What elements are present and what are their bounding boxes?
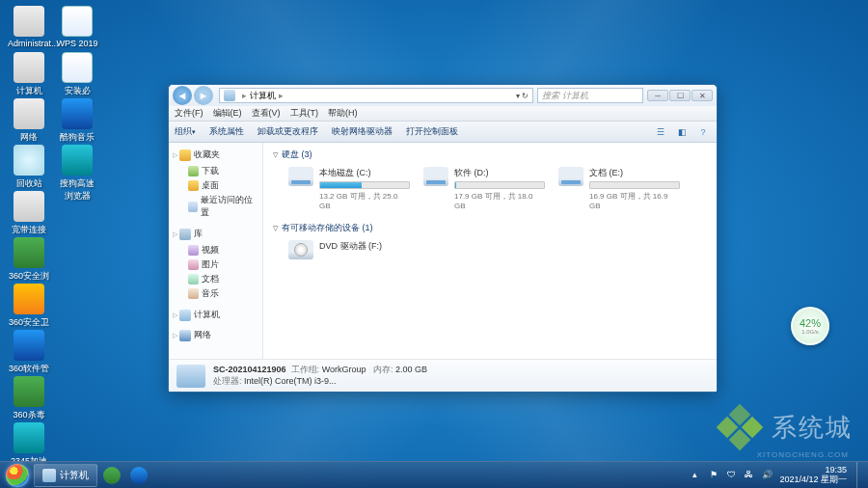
cpu-value: Intel(R) Core(TM) i3-9... <box>244 376 337 386</box>
breadcrumb-sep: ▸ <box>279 91 284 100</box>
desktop-icon[interactable]: 搜狗高速浏览器 <box>56 145 98 203</box>
folder-icon <box>188 288 199 299</box>
nav-item[interactable]: 视频 <box>173 243 258 258</box>
organize-button[interactable]: 组织 <box>175 125 196 138</box>
folder-icon <box>188 202 198 212</box>
drive-name: 本地磁盘 (C:) <box>319 167 410 179</box>
app-icon <box>14 376 44 407</box>
desktop-icon[interactable]: 网络 <box>8 98 50 144</box>
nav-item[interactable]: 图片 <box>173 258 258 272</box>
icon-label: 搜狗高速浏览器 <box>56 177 98 203</box>
tray-clock[interactable]: 19:35 2021/4/12 星期一 <box>779 466 847 485</box>
memory-label: 内存: <box>373 365 393 374</box>
menu-item[interactable]: 工具(T) <box>290 107 319 120</box>
nav-favorites[interactable]: 收藏夹 <box>173 149 258 161</box>
address-bar[interactable]: ▸ 计算机 ▸ ▾↻ <box>219 88 533 103</box>
nav-item[interactable]: 下载 <box>173 164 258 178</box>
app-icon <box>14 284 44 314</box>
pc-name: SC-202104121906 <box>213 365 286 374</box>
nav-item-label: 文档 <box>202 273 219 285</box>
desktop-icon[interactable]: 酷狗音乐 <box>56 98 98 144</box>
section-removable[interactable]: 有可移动存储的设备 (1) <box>273 222 707 234</box>
nav-forward-button[interactable]: ► <box>194 86 213 105</box>
control-panel-button[interactable]: 打开控制面板 <box>406 125 458 138</box>
desktop-icon[interactable]: 回收站 <box>8 145 50 190</box>
addr-refresh-icon[interactable]: ↻ <box>522 92 529 100</box>
taskbar: 计算机 ▴ ⚑ 🛡 🖧 🔊 19:35 2021/4/12 星期一 <box>0 461 868 488</box>
nav-item[interactable]: 文档 <box>173 272 258 286</box>
map-drive-button[interactable]: 映射网络驱动器 <box>332 125 393 138</box>
menu-item[interactable]: 编辑(E) <box>213 107 242 120</box>
toolbar: 组织 系统属性 卸载或更改程序 映射网络驱动器 打开控制面板 ☰ ◧ ? <box>169 122 717 143</box>
tray-shield-icon[interactable]: 🛡 <box>727 470 739 481</box>
desktop-icon[interactable]: 计算机 <box>8 52 50 97</box>
desktop-icon[interactable]: Administrat... <box>8 6 50 48</box>
nav-item-label: 下载 <box>202 165 219 177</box>
nav-libraries[interactable]: 库 <box>173 228 258 240</box>
drive-item[interactable]: 软件 (D:) 17.9 GB 可用，共 18.0 GB <box>421 165 547 212</box>
nav-back-button[interactable]: ◄ <box>173 86 192 105</box>
help-icon[interactable]: ? <box>695 124 711 140</box>
menu-item[interactable]: 查看(V) <box>252 107 281 120</box>
app-icon <box>14 191 44 222</box>
task-pin-kugou[interactable] <box>126 464 151 487</box>
computer-large-icon <box>176 365 205 388</box>
drive-item[interactable]: 文档 (E:) 16.9 GB 可用，共 16.9 GB <box>556 165 682 212</box>
view-mode-icon[interactable]: ☰ <box>653 124 668 140</box>
gadget-pct: 42% <box>800 317 821 329</box>
app-icon <box>14 98 44 129</box>
icon-label: Administrat... <box>8 39 50 48</box>
minimize-button[interactable]: ─ <box>647 90 668 101</box>
addr-dropdown-icon[interactable]: ▾ <box>516 92 520 100</box>
uninstall-button[interactable]: 卸载或更改程序 <box>258 125 318 138</box>
hdd-icon <box>423 167 448 186</box>
app-icon <box>62 98 93 129</box>
tray-expand-icon[interactable]: ▴ <box>692 470 704 481</box>
nav-item[interactable]: 最近访问的位置 <box>173 193 258 220</box>
nav-network-label: 网络 <box>194 329 211 341</box>
desktop-icon[interactable]: WPS 2019 <box>56 6 98 48</box>
tray-volume-icon[interactable]: 🔊 <box>762 470 773 481</box>
close-button[interactable]: ✕ <box>692 90 713 101</box>
search-input[interactable]: 搜索 计算机 <box>537 88 643 103</box>
properties-button[interactable]: 系统属性 <box>209 125 244 138</box>
desktop-icon[interactable]: 宽带连接 <box>8 191 50 236</box>
drive-name: 文档 (E:) <box>589 167 680 179</box>
drive-item[interactable]: DVD 驱动器 (F:) <box>286 238 412 261</box>
nav-item[interactable]: 桌面 <box>173 178 258 193</box>
kugou-icon <box>130 467 148 484</box>
main-pane: 硬盘 (3) 本地磁盘 (C:) 13.2 GB 可用，共 25.0 GB 软件… <box>263 143 717 359</box>
maximize-button[interactable]: ☐ <box>669 90 691 101</box>
windows-orb-icon <box>6 464 29 487</box>
hdd-icon <box>558 167 583 186</box>
capacity-bar <box>454 181 545 189</box>
nav-network[interactable]: 网络 <box>173 329 258 341</box>
drive-item[interactable]: 本地磁盘 (C:) 13.2 GB 可用，共 25.0 GB <box>286 165 412 212</box>
cpu-gadget[interactable]: 42% 1.0G/s <box>791 307 829 345</box>
show-desktop-button[interactable] <box>856 462 864 489</box>
explorer-icon <box>42 469 56 482</box>
nav-item[interactable]: 音乐 <box>173 286 258 301</box>
icon-label: 网络 <box>8 131 50 144</box>
gadget-sub: 1.0G/s <box>801 329 819 335</box>
menu-item[interactable]: 帮助(H) <box>328 107 358 120</box>
tray-network-icon[interactable]: 🖧 <box>745 470 756 481</box>
nav-computer-label: 计算机 <box>194 309 220 321</box>
app-icon <box>62 145 93 176</box>
folder-icon <box>188 166 199 176</box>
computer-icon <box>224 90 235 101</box>
preview-pane-icon[interactable]: ◧ <box>674 124 690 140</box>
tray-flag-icon[interactable]: ⚑ <box>710 470 721 481</box>
task-explorer[interactable]: 计算机 <box>34 464 97 487</box>
workgroup-value: WorkGroup <box>322 365 366 374</box>
titlebar: ◄ ► ▸ 计算机 ▸ ▾↻ 搜索 计算机 ─ ☐ ✕ <box>169 85 717 106</box>
desktop-icon[interactable]: 360杀毒 <box>8 376 50 421</box>
menu-item[interactable]: 文件(F) <box>175 107 203 120</box>
start-button[interactable] <box>2 463 33 488</box>
section-hdd[interactable]: 硬盘 (3) <box>273 149 707 161</box>
nav-computer[interactable]: 计算机 <box>173 309 258 321</box>
app-icon <box>62 6 93 37</box>
breadcrumb-root[interactable]: 计算机 <box>250 90 276 102</box>
task-pin-browser[interactable] <box>99 464 124 487</box>
drive-capacity: 17.9 GB 可用，共 18.0 GB <box>454 191 545 210</box>
